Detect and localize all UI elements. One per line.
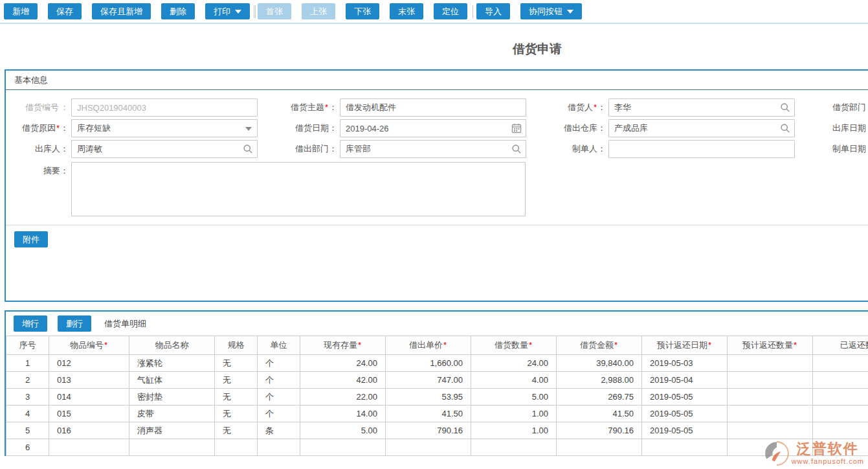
toolbar-button-new[interactable]: 新增: [4, 3, 38, 19]
search-icon[interactable]: [780, 123, 790, 133]
table-cell[interactable]: 24.00: [471, 355, 557, 372]
table-cell[interactable]: [728, 355, 813, 372]
table-cell[interactable]: 个: [258, 406, 300, 422]
search-icon[interactable]: [511, 144, 522, 154]
toolbar-button-next[interactable]: 下张: [346, 3, 379, 19]
maker-input[interactable]: [608, 140, 795, 158]
table-cell[interactable]: 42.00: [300, 372, 386, 389]
toolbar-button-save[interactable]: 保存: [48, 3, 82, 19]
table-cell[interactable]: 012: [49, 355, 129, 372]
table-cell[interactable]: 3: [6, 389, 49, 406]
table-cell[interactable]: 4.00: [471, 372, 557, 389]
table-cell[interactable]: 014: [49, 389, 129, 406]
table-cell[interactable]: 2019-05-03: [642, 355, 728, 372]
toolbar-button-first[interactable]: 首张: [258, 3, 291, 19]
table-cell[interactable]: [386, 439, 471, 456]
table-cell[interactable]: 1,660.00: [386, 355, 471, 372]
toolbar-button-save-and-new[interactable]: 保存且新增: [92, 3, 151, 19]
table-cell[interactable]: [728, 406, 813, 422]
table-cell[interactable]: 5: [6, 422, 49, 439]
search-icon[interactable]: [780, 102, 790, 113]
table-cell[interactable]: 个: [258, 372, 300, 389]
table-row[interactable]: 1012涨紧轮无个24.001,660.0024.0039,840.002019…: [6, 355, 868, 372]
table-cell[interactable]: [300, 439, 386, 456]
add-row-button[interactable]: 增行: [14, 315, 47, 332]
table-cell[interactable]: 4: [6, 406, 49, 422]
table-cell[interactable]: 41.50: [557, 406, 642, 422]
table-cell[interactable]: 消声器: [129, 422, 215, 439]
table-cell[interactable]: [557, 439, 642, 456]
subject-input[interactable]: [340, 98, 526, 117]
table-cell[interactable]: 41.50: [386, 406, 471, 422]
attachment-button[interactable]: 附件: [14, 231, 48, 247]
table-row[interactable]: 6: [6, 439, 868, 456]
table-cell[interactable]: 密封垫: [129, 389, 215, 406]
table-cell[interactable]: [813, 372, 868, 389]
table-cell[interactable]: 2019-05-05: [642, 422, 728, 439]
table-cell[interactable]: 22.00: [300, 389, 386, 406]
borrower-input[interactable]: [608, 98, 795, 117]
table-cell[interactable]: 790.16: [386, 422, 471, 439]
chevron-down-icon[interactable]: [245, 127, 252, 131]
table-cell[interactable]: 条: [258, 422, 300, 439]
table-cell[interactable]: 747.00: [386, 372, 471, 389]
table-cell[interactable]: [813, 406, 868, 422]
table-cell[interactable]: 个: [258, 389, 300, 406]
table-cell[interactable]: 2019-05-05: [642, 389, 728, 406]
table-cell[interactable]: [49, 439, 129, 456]
table-cell[interactable]: 个: [258, 355, 300, 372]
table-cell[interactable]: 016: [49, 422, 129, 439]
toolbar-button-print[interactable]: 打印: [205, 3, 250, 19]
toolbar-button-collaborate[interactable]: 协同按钮: [520, 3, 582, 19]
calendar-icon[interactable]: [511, 123, 522, 133]
table-cell[interactable]: [258, 439, 300, 456]
table-cell[interactable]: [813, 389, 868, 406]
toolbar-button-last[interactable]: 末张: [390, 3, 423, 19]
table-cell[interactable]: 013: [49, 372, 129, 389]
table-cell[interactable]: 5.00: [471, 389, 557, 406]
table-cell[interactable]: 53.95: [386, 389, 471, 406]
borrow-no-input[interactable]: [71, 98, 258, 117]
table-cell[interactable]: 无: [215, 372, 258, 389]
table-cell[interactable]: 无: [215, 389, 258, 406]
table-cell[interactable]: 269.75: [557, 389, 642, 406]
table-cell[interactable]: 无: [215, 355, 258, 372]
table-cell[interactable]: 2019-05-04: [642, 372, 728, 389]
table-cell[interactable]: 39,840.00: [557, 355, 642, 372]
table-cell[interactable]: 无: [215, 406, 258, 422]
table-cell[interactable]: [728, 422, 813, 439]
summary-textarea[interactable]: [71, 162, 526, 216]
table-cell[interactable]: [813, 355, 868, 372]
table-cell[interactable]: 24.00: [300, 355, 386, 372]
table-cell[interactable]: 2,988.00: [557, 372, 642, 389]
table-cell[interactable]: [813, 422, 868, 439]
table-cell[interactable]: 14.00: [300, 406, 386, 422]
toolbar-button-delete[interactable]: 删除: [161, 3, 195, 19]
table-cell[interactable]: 1.00: [471, 406, 557, 422]
table-cell[interactable]: [129, 439, 215, 456]
table-cell[interactable]: 6: [6, 439, 49, 456]
borrow-date-input[interactable]: [340, 119, 526, 137]
table-cell[interactable]: 涨紧轮: [129, 355, 215, 372]
table-cell[interactable]: [471, 439, 557, 456]
table-row[interactable]: 4015皮带无个14.0041.501.0041.502019-05-05: [6, 406, 868, 422]
table-cell[interactable]: [215, 439, 258, 456]
toolbar-button-import[interactable]: 导入: [476, 3, 510, 19]
outbound-person-input[interactable]: [71, 140, 258, 158]
table-cell[interactable]: 无: [215, 422, 258, 439]
table-cell[interactable]: 1.00: [471, 422, 557, 439]
table-cell[interactable]: [728, 372, 813, 389]
table-cell[interactable]: 015: [49, 406, 129, 422]
table-cell[interactable]: 皮带: [129, 406, 215, 422]
table-cell[interactable]: 2019-05-05: [642, 406, 728, 422]
table-cell[interactable]: [728, 389, 813, 406]
toolbar-button-locate[interactable]: 定位: [434, 3, 467, 19]
table-row[interactable]: 2013气缸体无个42.00747.004.002,988.002019-05-…: [6, 372, 868, 389]
delete-row-button[interactable]: 删行: [58, 315, 91, 332]
table-cell[interactable]: 1: [6, 355, 49, 372]
lend-dept-input[interactable]: [340, 140, 526, 158]
reason-select[interactable]: [71, 119, 258, 137]
table-cell[interactable]: 气缸体: [129, 372, 215, 389]
warehouse-input[interactable]: [608, 119, 795, 137]
table-cell[interactable]: [642, 439, 728, 456]
